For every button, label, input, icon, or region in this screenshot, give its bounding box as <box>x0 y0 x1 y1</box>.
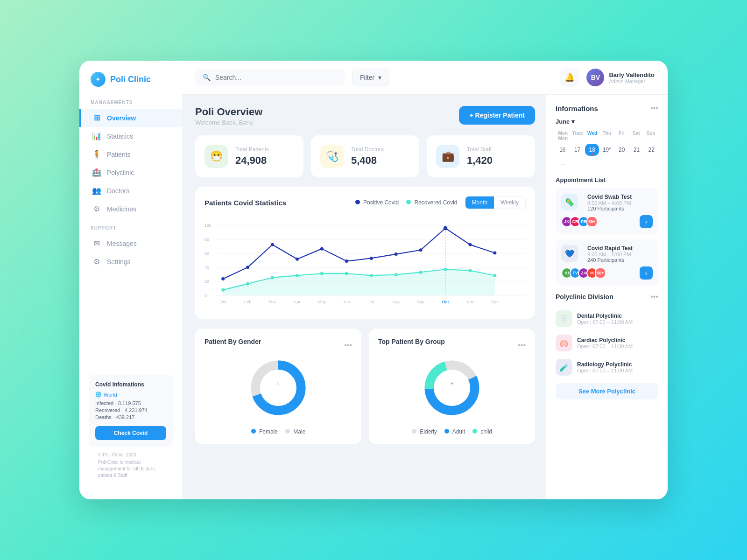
svg-point-39 <box>271 276 274 279</box>
legend-adult: Adult <box>444 428 465 435</box>
chart-legend: Positive Covid Recovered Covid <box>355 199 458 206</box>
legend-child: child <box>472 428 492 435</box>
svg-text:Des: Des <box>491 300 499 304</box>
rapid-time: 9:00 AM – 5:00 PM <box>587 252 633 257</box>
sidebar-item-label-statistics: Statistics <box>107 133 133 140</box>
staff-stat-label: Total Staff <box>467 146 493 153</box>
sidebar-item-polyclinic[interactable]: 🏥 Polyclinic <box>79 163 182 182</box>
info-more[interactable]: ••• <box>650 104 658 112</box>
chevron-down-icon: ▾ <box>571 118 575 125</box>
covid-info-card: Covid Infomations 🌐 World Infected - 8.1… <box>89 375 173 447</box>
globe-icon: 🌐 <box>95 392 102 398</box>
register-patient-button[interactable]: + Register Patient <box>459 106 535 125</box>
page-subtitle: Welcome Back, Barly. <box>195 119 262 126</box>
stat-card-doctors: 🩺 Total Doctors 5,408 <box>311 135 419 177</box>
covid-card-title: Covid Infomations <box>95 381 166 388</box>
svg-point-46 <box>444 268 447 271</box>
month-selector[interactable]: June ▾ <box>556 118 658 125</box>
cal-day-19[interactable]: 19° <box>600 144 614 156</box>
user-name: Barly Vallendito <box>609 71 655 78</box>
see-more-polyclinic-button[interactable]: See More Polyclinic <box>556 383 658 399</box>
swab-arrow-button[interactable]: › <box>640 215 653 228</box>
polyclinic-more[interactable]: ••• <box>650 293 658 301</box>
legend-female: Female <box>251 428 278 435</box>
sidebar-item-label-polyclinic: Polyclinic <box>107 169 134 176</box>
doctors-stat-value: 5,408 <box>351 154 384 167</box>
sidebar-item-settings[interactable]: ⚙ Settings <box>79 252 182 271</box>
sidebar-item-patients[interactable]: 🧍 Patients <box>79 145 182 163</box>
logo-icon: ✦ <box>91 72 106 87</box>
svg-text:♀: ♀ <box>276 380 281 387</box>
cal-day-17[interactable]: 17 <box>571 144 585 156</box>
svg-point-28 <box>296 258 299 261</box>
month-label: June <box>556 118 570 125</box>
notification-button[interactable]: 🔔 <box>560 68 579 87</box>
sidebar-item-overview[interactable]: ⊞ Overview <box>79 109 182 127</box>
bell-icon: 🔔 <box>564 72 575 83</box>
svg-text:Jul: Jul <box>369 300 374 304</box>
cal-day-22[interactable]: 22 <box>644 144 658 156</box>
svg-point-45 <box>419 271 423 274</box>
swab-more-badge: 50+ <box>586 216 598 227</box>
sidebar-item-doctors[interactable]: 👥 Doctors <box>79 182 182 200</box>
rapid-more-badge: 50+ <box>595 267 606 279</box>
positive-dot <box>355 200 360 204</box>
rapid-participants: 240 Participants <box>587 257 633 263</box>
dental-hours: Open: 07:00 – 11:00 AM <box>577 319 633 325</box>
chart-card: Patients Covid Statistics Positive Covid… <box>195 187 535 319</box>
staff-stat-icon: 💼 <box>436 145 459 168</box>
svg-point-37 <box>221 288 225 292</box>
appointment-rapid: 💙 Covid Rapid Test 9:00 AM – 5:00 PM 240… <box>556 239 658 285</box>
rapid-arrow-button[interactable]: › <box>640 266 653 280</box>
user-info[interactable]: BV Barly Vallendito Admin Manager <box>586 69 655 86</box>
messages-icon: ✉ <box>92 239 101 248</box>
cal-day-18[interactable]: 18 <box>585 144 599 156</box>
info-title: Informations <box>556 105 598 112</box>
polyclinic-icon: 🏥 <box>92 168 101 177</box>
toggle-weekly-button[interactable]: Weekly <box>494 196 525 209</box>
svg-point-33 <box>419 248 423 252</box>
user-role: Admin Manager <box>609 78 655 84</box>
filter-button[interactable]: Filter ▾ <box>352 69 389 86</box>
sidebar-item-label-messages: Messages <box>107 240 137 247</box>
filter-label: Filter <box>360 74 374 81</box>
search-input[interactable] <box>215 74 337 81</box>
swab-time: 8:00 AM – 4:00 PM <box>587 200 632 206</box>
sidebar-item-messages[interactable]: ✉ Messages <box>79 234 182 252</box>
svg-text:40: 40 <box>204 265 209 270</box>
patients-icon: 🧍 <box>92 150 101 159</box>
cal-day-20[interactable]: 20 <box>615 144 629 156</box>
section-label-managements: MANAGEMENTS <box>79 100 182 109</box>
header: 🔍 Filter ▾ 🔔 BV Barly Vallendito Admin M… <box>182 61 668 95</box>
radiology-hours: Open: 07:00 – 11:00 AM <box>577 368 633 373</box>
sidebar-logo[interactable]: ✦ Poli Clinic <box>79 72 182 100</box>
overview-icon: ⊞ <box>92 113 101 122</box>
cal-day-21[interactable]: 21 <box>630 144 644 156</box>
logo-text: Poli Clinic <box>110 75 151 84</box>
polyclinic-header: Polyclinic Division ••• <box>556 293 658 301</box>
sidebar-footer: Covid Infomations 🌐 World Infected - 8.1… <box>79 367 182 488</box>
cal-day-more[interactable]: ... <box>556 157 570 169</box>
check-covid-button[interactable]: Check Covid <box>95 426 166 440</box>
doctors-stat-info: Total Doctors 5,408 <box>351 146 384 167</box>
right-panel: Informations ••• June ▾ Mon Tues Wed Thu… <box>546 95 668 499</box>
sidebar-item-statistics[interactable]: 📊 Statistics <box>79 127 182 145</box>
gender-chart-more[interactable]: ••• <box>344 341 352 350</box>
gender-chart-title: Patient By Gender <box>204 338 261 345</box>
stat-card-patients: 😷 Total Patients 24,908 <box>195 135 303 177</box>
group-chart-more[interactable]: ••• <box>518 341 526 350</box>
patients-stat-info: Total Patients 24,908 <box>235 146 269 167</box>
sidebar-item-medicines[interactable]: ⚙ Medicines <box>79 200 182 218</box>
svg-text:Nov: Nov <box>466 300 474 304</box>
group-donut-svg: ✦ <box>422 357 482 418</box>
toggle-month-button[interactable]: Month <box>465 196 494 209</box>
swab-icon: 🦠 <box>561 194 578 210</box>
appointment-list-title: Appointment List <box>556 176 658 183</box>
cal-day-16[interactable]: 16 <box>556 144 570 156</box>
svg-text:Oct: Oct <box>442 300 449 304</box>
group-donut: ✦ <box>378 353 526 423</box>
legend-positive: Positive Covid <box>355 199 399 206</box>
rapid-avatars: AI TV ZA M 50+ <box>561 267 606 279</box>
calendar-day-headers: Mon Tues Wed Thu Fri Sat Sun Mon <box>556 131 658 141</box>
search-bar[interactable]: 🔍 <box>195 69 345 86</box>
